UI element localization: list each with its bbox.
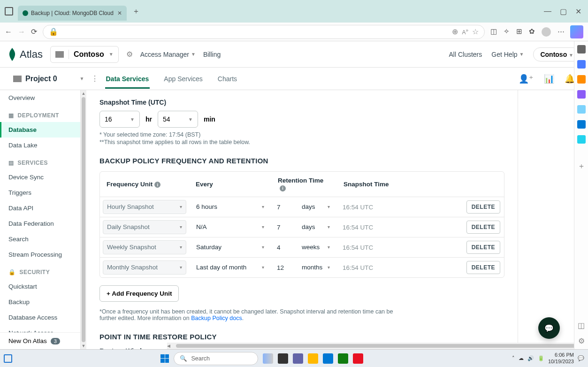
hr-label: hr — [145, 115, 152, 123]
browser-nav-bar: ← → ⟳ 🔒 ⊕ A» ☆ ◫ ✧ ⊞ ✿ ⋯ — [0, 23, 588, 41]
project-selector[interactable]: Project 0 ▼ — [13, 75, 84, 83]
sidebar-item-data-federation[interactable]: Data Federation — [0, 216, 80, 231]
retention-unit-select[interactable]: days▾ — [298, 200, 334, 214]
every-select[interactable]: N/A▾ — [192, 220, 268, 234]
add-sidebar-icon[interactable]: ＋ — [578, 161, 585, 171]
frequency-unit-select[interactable]: Hourly Snapshot▾ — [103, 200, 186, 214]
sidebar-item-backup[interactable]: Backup — [0, 294, 80, 310]
snapshot-time-value: 16:54 UTC — [340, 264, 376, 271]
favorite-icon[interactable]: ☆ — [472, 27, 479, 36]
sidebar-section-services: ▤ SERVICES — [0, 153, 80, 169]
back-icon[interactable]: ← — [5, 28, 12, 36]
sidebar-item-data-lake[interactable]: Data Lake — [0, 138, 80, 153]
info-icon[interactable]: i — [154, 182, 160, 188]
sidebar-item-device-sync[interactable]: Device Sync — [0, 169, 80, 185]
org-selector[interactable]: Contoso ▼ — [50, 46, 119, 63]
info-icon[interactable]: i — [280, 185, 286, 191]
office-icon[interactable] — [577, 105, 586, 114]
outlook-icon[interactable] — [577, 120, 586, 129]
settings-icon[interactable]: ⚙ — [578, 336, 585, 345]
snapshot-applies-note: **This snapshot time applies to all rows… — [99, 139, 504, 145]
more-icon[interactable]: ⋯ — [557, 27, 565, 37]
chat-fab[interactable]: 💬 — [538, 317, 560, 339]
every-select[interactable]: Last day of month▾ — [192, 260, 268, 275]
tab-app-services[interactable]: App Services — [163, 69, 203, 89]
retention-unit-select[interactable]: months▾ — [298, 260, 334, 275]
retention-unit-select[interactable]: days▾ — [298, 220, 334, 234]
extensions-icon[interactable]: ✿ — [529, 27, 535, 37]
frequency-unit-select[interactable]: Daily Snapshot▾ — [103, 220, 186, 234]
tab-charts[interactable]: Charts — [217, 69, 238, 89]
tab-overview-icon[interactable] — [5, 7, 13, 15]
split-screen-icon[interactable]: ◫ — [490, 27, 497, 37]
font-icon[interactable]: A» — [462, 28, 468, 36]
new-tab-button[interactable]: ＋ — [132, 7, 140, 16]
leaf-icon — [8, 48, 17, 61]
favorites-bar-icon[interactable]: ✧ — [504, 27, 510, 37]
folder-icon — [13, 76, 22, 82]
billing-link[interactable]: Billing — [203, 51, 221, 58]
sidebar-item-stream-processing[interactable]: Stream Processing — [0, 247, 80, 262]
min-label: min — [204, 115, 215, 123]
close-tab-icon[interactable]: ✕ — [114, 10, 122, 16]
subheader: Project 0 ▼ ⋮ Data Services App Services… — [0, 68, 588, 90]
search-icon[interactable] — [577, 45, 586, 54]
get-help-link[interactable]: Get Help ▼ — [491, 51, 524, 58]
sidebar-new-on-atlas[interactable]: New On Atlas 3 — [0, 332, 80, 349]
sidebar-overview[interactable]: Overview — [0, 90, 80, 106]
tab-data-services[interactable]: Data Services — [105, 69, 150, 89]
profile-icon[interactable] — [542, 27, 551, 37]
delete-row-button[interactable]: DELETE — [466, 241, 500, 254]
delete-row-button[interactable]: DELETE — [466, 221, 500, 234]
content-hscrollbar[interactable]: ◀ ▶ — [167, 343, 588, 349]
minimize-icon[interactable]: — — [544, 7, 551, 16]
address-bar[interactable]: 🔒 ⊕ A» ☆ — [43, 25, 485, 39]
all-clusters-link[interactable]: All Clusters — [449, 51, 482, 58]
retention-unit-select[interactable]: weeks▾ — [298, 240, 334, 254]
sidebar-item-quickstart[interactable]: Quickstart — [0, 279, 80, 294]
pitr-title: POINT IN TIME RESTORE POLICY — [99, 333, 504, 341]
atlas-logo[interactable]: Atlas — [8, 48, 43, 61]
sidebar-item-data-api[interactable]: Data API — [0, 200, 80, 216]
hide-sidebar-icon[interactable]: ◫ — [578, 321, 585, 330]
sidebar-item-search[interactable]: Search — [0, 231, 80, 247]
delete-row-button[interactable]: DELETE — [466, 200, 500, 214]
sidebar-item-triggers[interactable]: Triggers — [0, 185, 80, 200]
user-menu[interactable]: Contoso ▼ — [533, 47, 580, 61]
sidebar-item-database[interactable]: Database — [0, 122, 80, 138]
sidebar-item-network-access[interactable]: Network Access — [0, 325, 80, 332]
every-select[interactable]: 6 hours▾ — [192, 200, 268, 214]
shopping-icon[interactable] — [577, 75, 586, 84]
sidebar-item-database-access[interactable]: Database Access — [0, 310, 80, 325]
sidebar-scrollbar[interactable]: ▲ ▼ — [81, 90, 86, 349]
hour-select[interactable]: 16▼ — [99, 111, 140, 128]
collections-icon[interactable]: ⊞ — [516, 27, 522, 37]
frequency-unit-select[interactable]: Monthly Snapshot▾ — [103, 260, 186, 275]
new-count-badge: 3 — [51, 338, 60, 344]
policy-section-title: BACKUP POLICY FREQUENCY AND RETENTION — [99, 157, 504, 165]
activity-icon[interactable]: 📊 — [544, 74, 554, 84]
browser-tab[interactable]: Backup | Cloud: MongoDB Cloud ✕ — [18, 6, 127, 21]
sidebar-section-deployment: ▦ DEPLOYMENT — [0, 106, 80, 122]
invite-user-icon[interactable]: 👤⁺ — [519, 74, 534, 84]
close-window-icon[interactable]: ✕ — [575, 7, 581, 16]
gear-icon[interactable]: ⚙ — [126, 50, 133, 59]
access-manager-link[interactable]: Access Manager ▼ — [140, 51, 196, 58]
every-select[interactable]: Saturday▾ — [192, 240, 268, 254]
sidebar: Overview ▦ DEPLOYMENT Database Data Lake… — [0, 90, 81, 349]
maximize-icon[interactable]: ▢ — [560, 7, 567, 16]
backup-policy-docs-link[interactable]: Backup Policy docs — [191, 315, 242, 321]
kebab-menu-icon[interactable]: ⋮ — [91, 74, 99, 83]
minute-select[interactable]: 54▼ — [158, 111, 198, 128]
delete-row-button[interactable]: DELETE — [466, 261, 500, 274]
bell-icon[interactable]: 🔔 — [565, 74, 575, 84]
reload-icon[interactable]: ⟳ — [31, 27, 37, 36]
copilot-icon[interactable] — [570, 25, 583, 38]
add-frequency-button[interactable]: + Add Frequency Unit — [99, 285, 179, 302]
frequency-unit-select[interactable]: Weekly Snapshot▾ — [103, 240, 186, 254]
tag-icon[interactable] — [577, 60, 586, 69]
policy-row: Daily Snapshot▾N/A▾7days▾16:54 UTCDELETE — [100, 217, 504, 237]
people-icon[interactable] — [577, 90, 586, 99]
send-icon[interactable] — [577, 135, 586, 144]
zoom-icon[interactable]: ⊕ — [452, 27, 458, 36]
